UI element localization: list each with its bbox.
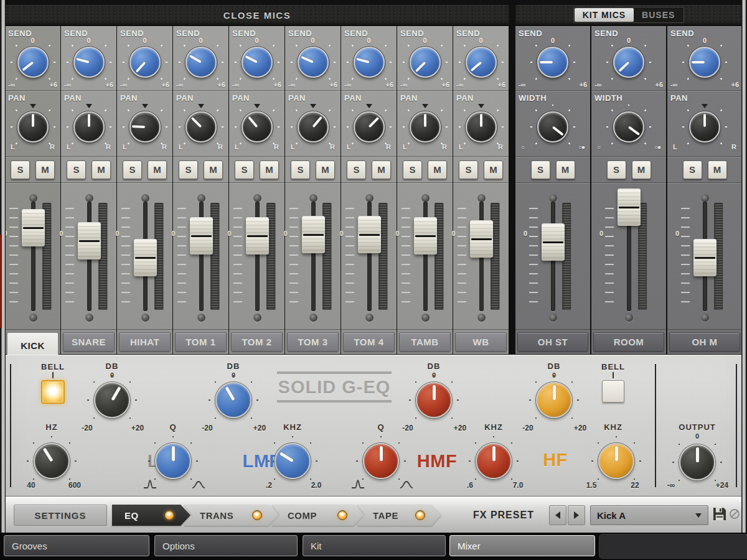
fader-handle[interactable]	[134, 239, 157, 276]
solo-button[interactable]: S	[11, 161, 30, 179]
send-knob[interactable]	[537, 47, 568, 78]
send-knob[interactable]	[613, 47, 644, 78]
channel-fader[interactable]: 0	[117, 183, 172, 330]
channel-select-button[interactable]: OH M	[669, 332, 740, 352]
channel-fader[interactable]: 0	[397, 183, 453, 330]
pan-knob[interactable]	[73, 111, 105, 142]
fader-handle[interactable]	[302, 216, 325, 253]
channel-select-button[interactable]: TOM 3	[287, 332, 339, 352]
send-knob[interactable]	[298, 47, 329, 78]
fx-tab-tape[interactable]: TAPE	[357, 505, 441, 526]
lf-gain-knob[interactable]	[94, 382, 130, 418]
lf-freq-knob[interactable]	[34, 443, 70, 479]
fader-handle[interactable]	[358, 216, 381, 253]
pan-knob[interactable]	[186, 111, 217, 142]
settings-button[interactable]: SETTINGS	[14, 505, 107, 526]
fader-handle[interactable]	[78, 222, 101, 259]
preset-prev-button[interactable]	[549, 505, 566, 525]
fader-handle[interactable]	[414, 217, 437, 254]
fader-handle[interactable]	[618, 189, 641, 226]
mute-button[interactable]: M	[372, 161, 391, 179]
lf-bell-button[interactable]	[41, 380, 65, 404]
channel-fader[interactable]: 0	[61, 183, 116, 330]
fader-handle[interactable]	[470, 220, 493, 258]
send-knob[interactable]	[410, 47, 441, 78]
tab-buses[interactable]: BUSES	[634, 8, 683, 22]
mute-button[interactable]: M	[148, 161, 167, 179]
tab-grooves[interactable]: Grooves	[4, 535, 149, 556]
send-knob[interactable]	[129, 47, 161, 78]
channel-fader[interactable]: 0	[5, 183, 60, 330]
tab-kit-mics[interactable]: KIT MICS	[575, 8, 634, 22]
lmf-freq-knob[interactable]	[275, 443, 311, 479]
channel-fader[interactable]: 0	[341, 183, 397, 330]
solo-button[interactable]: S	[67, 161, 86, 179]
pan-knob[interactable]	[242, 111, 273, 142]
fx-tab-trans[interactable]: TRANS	[184, 505, 278, 526]
lmf-gain-knob[interactable]	[215, 382, 251, 418]
width-knob[interactable]	[537, 111, 568, 142]
mute-button[interactable]: M	[632, 161, 651, 179]
hf-freq-knob[interactable]	[598, 443, 634, 479]
pan-knob[interactable]	[466, 111, 497, 142]
mute-button[interactable]: M	[428, 161, 447, 179]
channel-select-button[interactable]: TOM 4	[343, 332, 395, 352]
channel-select-button[interactable]: TAMB	[399, 332, 451, 352]
output-knob[interactable]	[679, 444, 715, 480]
pan-knob[interactable]	[410, 111, 441, 142]
channel-select-button[interactable]: TOM 1	[175, 332, 227, 352]
solo-button[interactable]: S	[291, 161, 310, 179]
preset-dropdown[interactable]: Kick A	[590, 505, 708, 525]
channel-fader[interactable]: 0	[229, 183, 284, 330]
width-knob[interactable]	[613, 111, 644, 142]
mute-button[interactable]: M	[484, 161, 503, 179]
power-led-icon[interactable]	[415, 510, 425, 520]
solo-button[interactable]: S	[347, 161, 366, 179]
channel-fader[interactable]: 0	[591, 183, 666, 330]
tab-mixer[interactable]: Mixer	[449, 535, 595, 556]
send-knob[interactable]	[466, 47, 497, 78]
mute-button[interactable]: M	[260, 161, 279, 179]
channel-fader[interactable]: 0	[173, 183, 228, 330]
channel-select-button[interactable]: OH ST	[517, 332, 588, 352]
pan-knob[interactable]	[17, 111, 49, 142]
lmf-q-knob[interactable]	[155, 443, 191, 479]
fader-handle[interactable]	[693, 239, 716, 276]
pan-knob[interactable]	[354, 111, 385, 142]
hf-gain-knob[interactable]	[536, 382, 572, 418]
mute-button[interactable]: M	[204, 161, 223, 179]
tab-options[interactable]: Options	[154, 535, 298, 556]
power-led-icon[interactable]	[337, 510, 347, 520]
channel-fader[interactable]: 0	[453, 183, 509, 330]
power-led-icon[interactable]	[252, 510, 262, 520]
solo-button[interactable]: S	[123, 161, 142, 179]
solo-button[interactable]: S	[235, 161, 254, 179]
solo-button[interactable]: S	[683, 161, 702, 179]
channel-select-button[interactable]: HIHAT	[119, 332, 171, 352]
fx-tab-eq[interactable]: EQ	[112, 505, 190, 526]
hmf-q-knob[interactable]	[363, 443, 399, 479]
hf-bell-button[interactable]	[602, 380, 624, 403]
channel-select-button[interactable]: ROOM	[593, 332, 664, 352]
send-knob[interactable]	[354, 47, 385, 78]
mute-button[interactable]: M	[316, 161, 335, 179]
save-preset-icon[interactable]	[713, 508, 726, 520]
send-knob[interactable]	[689, 47, 720, 78]
pan-knob[interactable]	[298, 111, 329, 142]
mute-button[interactable]: M	[708, 161, 727, 179]
tab-kit[interactable]: Kit	[303, 535, 446, 556]
channel-select-button[interactable]: WB	[455, 332, 507, 352]
channel-select-button[interactable]: SNARE	[63, 332, 115, 352]
fader-handle[interactable]	[542, 223, 565, 261]
mute-button[interactable]: M	[35, 161, 55, 179]
mute-button[interactable]: M	[92, 161, 111, 179]
solo-button[interactable]: S	[459, 161, 478, 179]
send-knob[interactable]	[242, 47, 273, 78]
power-led-icon[interactable]	[164, 510, 174, 520]
send-knob[interactable]	[73, 47, 105, 78]
solo-button[interactable]: S	[403, 161, 422, 179]
fader-handle[interactable]	[22, 209, 45, 246]
fader-handle[interactable]	[246, 217, 269, 254]
send-knob[interactable]	[17, 47, 49, 78]
bypass-icon[interactable]	[729, 508, 740, 520]
